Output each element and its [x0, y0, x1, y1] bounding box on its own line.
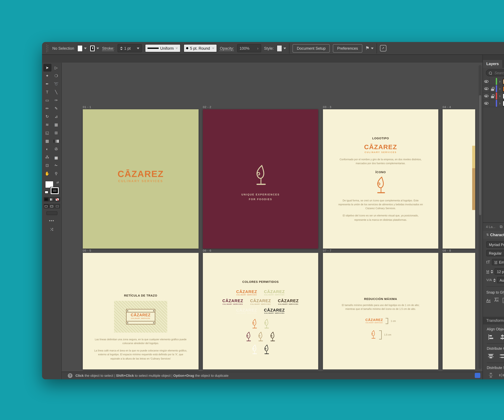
pen-tool[interactable]: ✒ — [43, 80, 51, 88]
layer-row[interactable]: › CONTENIDO ○ — [483, 78, 504, 85]
font-family-value[interactable]: Myriad Pro — [489, 242, 504, 247]
rotate-tool[interactable]: ↻ — [43, 113, 51, 120]
font-style-value[interactable]: Regular — [489, 251, 502, 255]
artboard-06-colores[interactable]: COLORES PERMITIDOS CĀZAREZCULINARY SERVI… — [203, 253, 318, 370]
toolbar-overflow-icon[interactable]: ••• — [49, 219, 54, 223]
brush-select[interactable]: 5 pt. Round — [184, 44, 217, 52]
canvas-vertical-scrollbar[interactable] — [479, 65, 482, 369]
pencil-tool[interactable]: ✏ — [43, 105, 51, 112]
stepper-icon[interactable] — [493, 278, 496, 282]
shape-builder-tool[interactable]: ◱ — [43, 129, 51, 137]
distribute-top-button[interactable] — [487, 353, 495, 360]
hand-tool[interactable]: ✋ — [43, 170, 51, 178]
layers-search-box[interactable] — [486, 69, 504, 76]
artboard-07-reduccion[interactable]: REDUCCIÓN MÁXIMA El tamaño mínimo permit… — [323, 253, 438, 370]
direct-selection-tool[interactable]: ▷ — [52, 64, 60, 72]
artboard-tool[interactable]: ⊡ — [43, 162, 51, 169]
expand-chevron-icon[interactable]: › — [497, 101, 503, 105]
stroke-weight-value[interactable]: 1 pt — [124, 46, 131, 50]
stroke-color-control[interactable] — [90, 45, 99, 52]
tab-character[interactable]: ⇅Character — [483, 231, 504, 239]
expand-chevron-icon[interactable]: › — [497, 87, 503, 91]
em-box-select[interactable]: MEm Box — [492, 259, 504, 265]
stroke-proxy-icon[interactable] — [50, 187, 59, 195]
swap-fill-stroke-icon[interactable]: ⇄ — [56, 181, 59, 184]
collect-for-export-icon[interactable]: ⧉ — [500, 225, 503, 229]
style-select[interactable] — [277, 45, 286, 52]
layer-thumbnail[interactable] — [503, 93, 504, 99]
em-box-value[interactable]: Em Box — [499, 260, 504, 264]
vertical-distribute-space-button[interactable] — [487, 372, 495, 378]
panel-grip-icon[interactable] — [46, 44, 48, 52]
edit-toolbar-icon[interactable]: ⤨ — [50, 227, 53, 232]
chevron-down-icon[interactable] — [283, 47, 286, 49]
snap-xheight-icon[interactable]: Âx — [494, 298, 499, 303]
style-swatch-icon[interactable] — [277, 45, 282, 52]
align-left-button[interactable] — [487, 334, 495, 340]
rectangle-tool[interactable]: ▭ — [43, 96, 51, 104]
chevron-down-icon[interactable] — [137, 47, 139, 49]
fill-color-control[interactable] — [77, 45, 87, 52]
none-mode-button[interactable] — [55, 197, 60, 202]
magic-wand-tool[interactable]: ✦ — [43, 72, 51, 80]
scale-tool[interactable]: ⊿ — [52, 113, 60, 120]
tab-transform[interactable]: Transform — [483, 317, 504, 324]
default-fill-stroke-icon[interactable] — [44, 191, 48, 194]
font-size-control[interactable]: M 12 pt — [486, 268, 504, 275]
chevron-down-icon[interactable] — [175, 47, 178, 49]
gradient-mode-button[interactable] — [49, 197, 54, 202]
snap-glyph-bounds-icon[interactable]: Ag — [503, 298, 504, 303]
stepper-icon[interactable] — [120, 47, 122, 50]
chevron-down-icon[interactable] — [96, 47, 99, 49]
expand-chevron-icon[interactable]: › — [497, 94, 503, 98]
preferences-button[interactable]: Preferences — [333, 44, 362, 53]
kerning-control[interactable]: V/A Auto — [486, 277, 504, 283]
curvature-tool[interactable]: ➰ — [52, 80, 60, 88]
layer-row[interactable]: › LO ○ — [483, 93, 504, 100]
width-profile-select[interactable]: Uniform — [145, 44, 180, 52]
lasso-tool[interactable]: ❍ — [52, 72, 60, 80]
artboard-08-clipped[interactable] — [443, 253, 475, 370]
stroke-weight-field[interactable]: 1 pt — [117, 44, 142, 52]
font-size-value[interactable]: 12 pt — [497, 269, 504, 274]
slice-tool[interactable]: ✁ — [52, 162, 60, 169]
width-profile-value[interactable]: Uniform — [160, 46, 174, 50]
horizontal-distribute-space-button[interactable] — [498, 372, 504, 378]
symbol-sprayer-tool[interactable]: ⁂ — [43, 153, 51, 161]
screen-mode-button[interactable] — [46, 211, 57, 215]
mesh-tool[interactable]: ▩ — [43, 137, 51, 145]
gradient-tool[interactable]: ▬ — [52, 137, 60, 145]
color-mode-button[interactable] — [43, 197, 49, 202]
brush-value[interactable]: 5 pt. Round — [190, 46, 210, 50]
lock-toggle[interactable] — [490, 100, 496, 107]
fill-stroke-proxy[interactable]: ⇄ — [44, 181, 59, 195]
artboard-05-reticula[interactable]: RETÍCULA DE TRAZO XX CĀZAREZ CULINARY SE… — [83, 253, 198, 370]
draw-behind-button[interactable] — [49, 204, 54, 208]
lock-toggle[interactable] — [490, 85, 496, 92]
tab-layers[interactable]: Layers — [483, 60, 502, 68]
shaper-tool[interactable]: ✎ — [52, 105, 60, 112]
perspective-grid-tool[interactable]: ⊞ — [52, 129, 60, 137]
document-setup-button[interactable]: Document Setup — [293, 44, 330, 53]
width-tool[interactable]: ≋ — [43, 121, 51, 129]
scrollbar-thumb[interactable] — [479, 95, 481, 215]
draw-normal-button[interactable] — [43, 204, 49, 208]
fill-swatch-icon[interactable] — [77, 45, 83, 52]
stroke-swatch-icon[interactable] — [90, 45, 95, 52]
stepper-icon[interactable] — [491, 270, 493, 273]
eyedropper-tool[interactable]: ✇ — [52, 145, 60, 153]
artboard-04-clipped[interactable] — [443, 109, 475, 249]
share-document-icon[interactable]: ➚ — [380, 45, 386, 51]
layer-thumbnail[interactable] — [503, 101, 504, 106]
visibility-toggle[interactable] — [483, 100, 490, 107]
visibility-toggle[interactable] — [483, 85, 490, 92]
visibility-toggle[interactable] — [483, 78, 490, 85]
chevron-down-icon[interactable] — [84, 47, 87, 49]
layer-thumbnail[interactable] — [503, 79, 504, 84]
layer-row[interactable]: › GUÍAS 2 ○ — [483, 85, 504, 93]
layer-row[interactable]: › BG ○ — [483, 100, 504, 107]
opacity-link[interactable]: Opacity: — [220, 46, 234, 50]
zoom-tool[interactable]: ⚲ — [52, 170, 60, 178]
align-horizontal-center-button[interactable] — [498, 334, 504, 340]
free-transform-tool[interactable]: ▦ — [52, 121, 60, 129]
